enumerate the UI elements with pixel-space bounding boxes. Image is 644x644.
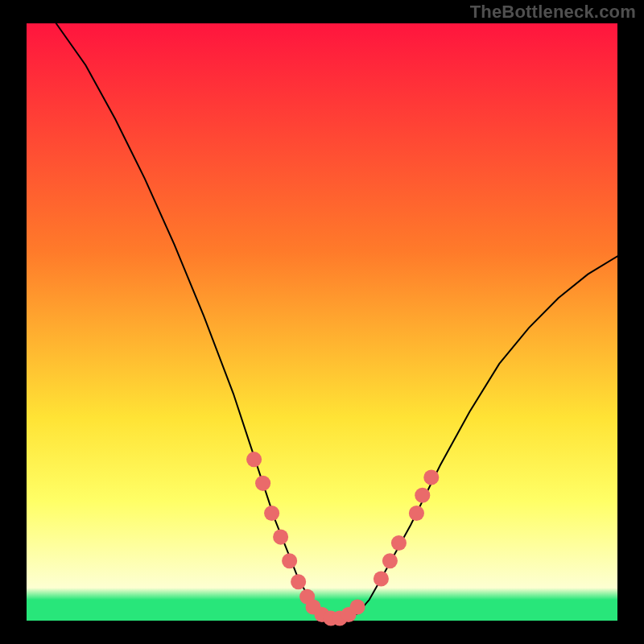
chart-frame: TheBottleneck.com xyxy=(0,0,644,644)
data-dot xyxy=(246,452,262,467)
data-dot xyxy=(409,506,424,521)
data-dot xyxy=(273,530,288,545)
data-dot xyxy=(391,535,407,551)
plot-background xyxy=(27,23,617,621)
data-dot xyxy=(282,553,297,568)
data-dot xyxy=(374,572,389,587)
data-dot xyxy=(291,574,306,589)
data-dot xyxy=(382,553,398,568)
data-dot xyxy=(415,488,430,503)
data-dot xyxy=(255,476,270,491)
data-dot xyxy=(264,506,279,521)
data-dot xyxy=(350,599,365,614)
data-dot xyxy=(423,469,439,485)
bottleneck-chart xyxy=(0,0,644,644)
